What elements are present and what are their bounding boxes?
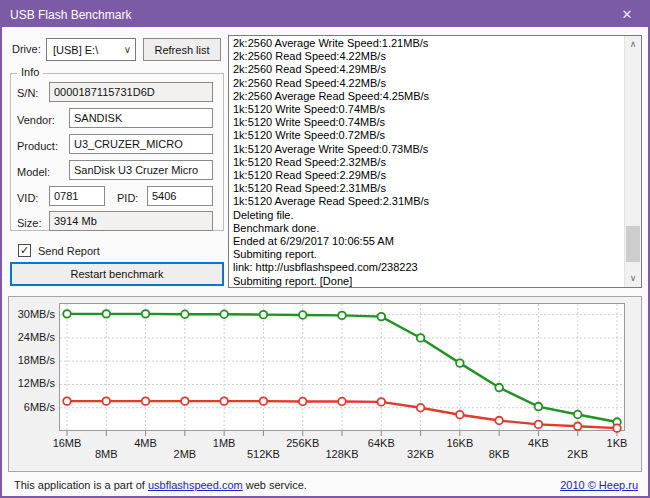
- product-label: Product:: [17, 140, 58, 152]
- restart-benchmark-button[interactable]: Restart benchmark: [10, 262, 224, 286]
- log-line: 2k:2560 Read Speed:4.29MB/s: [233, 63, 620, 76]
- y-axis-tick-label: 12MB/s: [9, 377, 55, 389]
- y-axis-tick-label: 6MB/s: [9, 401, 55, 413]
- log-line: link: http://usbflashspeed.com/238223: [233, 261, 620, 274]
- log-line: Deleting file.: [233, 209, 620, 222]
- product-field[interactable]: [69, 134, 213, 154]
- footer-prefix: This application is a part of: [14, 479, 148, 491]
- model-label: Model:: [17, 166, 50, 178]
- log-line: 1k:5120 Average Write Speed:0.73MB/s: [233, 143, 620, 156]
- log-line: 1k:5120 Write Speed:0.74MB/s: [233, 116, 620, 129]
- sn-label: S/N:: [17, 87, 38, 99]
- vendor-label: Vendor:: [17, 114, 55, 126]
- y-axis-tick-label: 24MB/s: [9, 331, 55, 343]
- size-field[interactable]: [49, 211, 213, 231]
- drive-select[interactable]: [USB] E:\ ∨: [46, 38, 136, 61]
- log-line: 1k:5120 Write Speed:0.74MB/s: [233, 103, 620, 116]
- title-bar: USB Flash Benchmark ✕: [2, 2, 648, 27]
- benchmark-log[interactable]: 2k:2560 Average Write Speed:1.21MB/s2k:2…: [228, 35, 642, 288]
- app-window: USB Flash Benchmark ✕ Drive: [USB] E:\ ∨…: [0, 0, 650, 498]
- log-line: 2k:2560 Average Write Speed:1.21MB/s: [233, 37, 620, 50]
- log-line: 1k:5120 Read Speed:2.31MB/s: [233, 182, 620, 195]
- scroll-up-icon[interactable]: ∧: [625, 36, 641, 53]
- speed-chart: [59, 303, 625, 437]
- log-line: Submiting report. [Done]: [233, 275, 620, 288]
- log-line: Ended at 6/29/2017 10:06:55 AM: [233, 235, 620, 248]
- x-axis-tick-label: 8KB: [469, 448, 529, 460]
- chevron-down-icon: ∨: [124, 44, 131, 55]
- log-scrollbar[interactable]: ∧ ∨: [624, 36, 641, 287]
- x-axis-tick-label: 2KB: [548, 448, 608, 460]
- model-field[interactable]: [69, 160, 213, 180]
- log-line: Benchmark done.: [233, 222, 620, 235]
- y-axis-tick-label: 30MB/s: [9, 308, 55, 320]
- vendor-field[interactable]: [69, 108, 213, 128]
- send-report-checkbox[interactable]: ✓: [18, 244, 31, 257]
- x-axis-tick-label: 2MB: [155, 448, 215, 460]
- sn-field[interactable]: [49, 82, 213, 102]
- x-axis-tick-label: 128KB: [312, 448, 372, 460]
- scrollbar-thumb[interactable]: [626, 226, 640, 262]
- x-axis-tick-label: 1KB: [587, 437, 647, 449]
- footer-suffix: web service.: [243, 479, 307, 491]
- vid-label: VID:: [17, 192, 38, 204]
- chart-panel: 30MB/s24MB/s18MB/s12MB/s6MB/s16MB8MB4MB2…: [8, 296, 642, 472]
- copyright-link[interactable]: 2010 © Heep.ru: [560, 479, 638, 491]
- log-line: 2k:2560 Read Speed:4.22MB/s: [233, 50, 620, 63]
- send-report-label: Send Report: [38, 245, 100, 257]
- drive-value: [USB] E:\: [53, 44, 98, 56]
- log-line: 2k:2560 Average Read Speed:4.25MB/s: [233, 90, 620, 103]
- close-icon[interactable]: ✕: [606, 2, 648, 27]
- pid-label: PID:: [117, 192, 138, 204]
- log-line: 1k:5120 Read Speed:2.32MB/s: [233, 156, 620, 169]
- x-axis-tick-label: 8MB: [76, 448, 136, 460]
- pid-field[interactable]: [147, 186, 213, 206]
- scroll-down-icon[interactable]: ∨: [625, 270, 641, 287]
- usbflashspeed-link[interactable]: usbflashspeed.com: [148, 479, 243, 491]
- log-lines: 2k:2560 Average Write Speed:1.21MB/s2k:2…: [229, 36, 624, 287]
- window-title: USB Flash Benchmark: [2, 8, 606, 22]
- size-label: Size:: [17, 217, 41, 229]
- log-line: Submiting report.: [233, 248, 620, 261]
- vid-field[interactable]: [49, 186, 105, 206]
- info-groupbox-title: Info: [17, 66, 43, 78]
- x-axis-tick-label: 32KB: [391, 448, 451, 460]
- log-line: 1k:5120 Write Speed:0.72MB/s: [233, 129, 620, 142]
- client-area: Drive: [USB] E:\ ∨ Refresh list Info S/N…: [2, 27, 648, 496]
- info-groupbox: Info S/N: Vendor: Product: Model: VID: P…: [10, 73, 224, 231]
- log-line: 1k:5120 Read Speed:2.29MB/s: [233, 169, 620, 182]
- drive-label: Drive:: [12, 43, 41, 55]
- footer-text: This application is a part of usbflashsp…: [14, 479, 307, 491]
- x-axis-tick-label: 512KB: [233, 448, 293, 460]
- log-line: 2k:2560 Read Speed:4.22MB/s: [233, 77, 620, 90]
- y-axis-tick-label: 18MB/s: [9, 354, 55, 366]
- footer: This application is a part of usbflashsp…: [2, 479, 648, 495]
- log-line: 1k:5120 Average Read Speed:2.31MB/s: [233, 195, 620, 208]
- refresh-list-button[interactable]: Refresh list: [143, 38, 221, 61]
